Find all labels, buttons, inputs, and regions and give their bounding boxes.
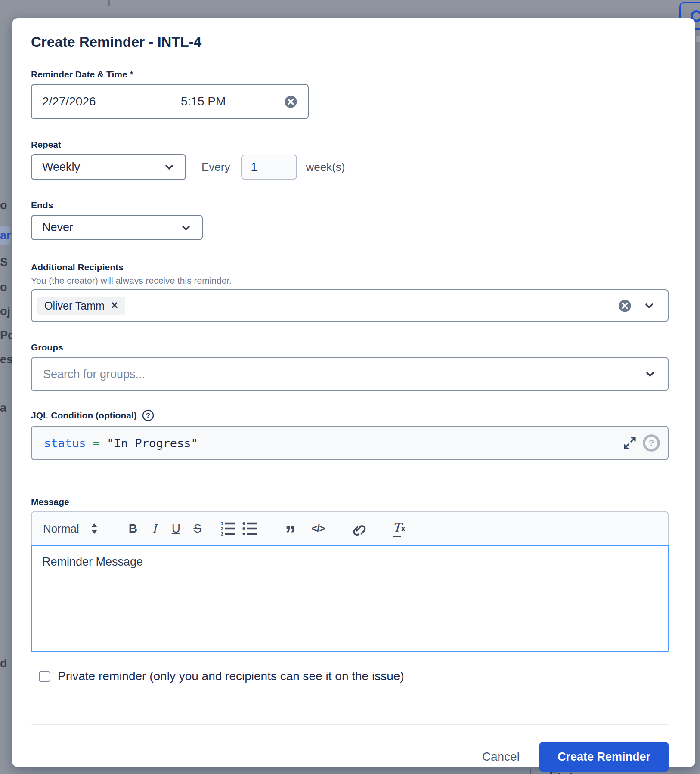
strikethrough-button[interactable]: S	[189, 518, 207, 539]
jql-value-token: "In Progress"	[107, 437, 198, 450]
bullet-list-button[interactable]	[241, 518, 259, 539]
link-button[interactable]	[350, 518, 368, 539]
chevron-down-icon	[163, 161, 176, 173]
editor-toolbar: Normal B I U S 1 2 3	[31, 511, 669, 545]
date-value[interactable]: 2/27/2026	[42, 95, 96, 108]
repeat-select-value: Weekly	[42, 161, 80, 174]
create-reminder-button[interactable]: Create Reminder	[539, 742, 669, 772]
repeat-label: Repeat	[31, 139, 669, 150]
chevron-down-icon[interactable]	[643, 299, 656, 312]
svg-text:3: 3	[221, 532, 223, 536]
message-text: Reminder Message	[42, 555, 143, 568]
dialog-title: Create Reminder - INTL-4	[31, 34, 669, 51]
repeat-select[interactable]: Weekly	[31, 154, 186, 180]
private-reminder-label: Private reminder (only you and recipient…	[58, 669, 404, 683]
svg-text:1: 1	[221, 521, 223, 526]
expand-icon[interactable]	[622, 435, 638, 451]
ends-select[interactable]: Never	[31, 215, 203, 240]
recipients-label: Additional Recipients	[31, 262, 669, 273]
backdrop-text-fragment: o	[0, 199, 7, 212]
jql-operator-token: =	[93, 437, 100, 450]
backdrop-text-fragment: S	[0, 256, 8, 269]
backdrop-text-fragment: o	[0, 281, 7, 294]
chevron-down-icon[interactable]	[644, 368, 657, 381]
time-value[interactable]: 5:15 PM	[181, 95, 226, 108]
private-reminder-checkbox[interactable]	[39, 671, 50, 682]
jql-help-icon[interactable]: ?	[642, 433, 661, 452]
backdrop-text-fragment: a	[0, 401, 6, 415]
text-style-dropdown[interactable]: Normal	[43, 522, 98, 536]
backdrop-text-fragment: oj	[0, 305, 10, 318]
cancel-button[interactable]: Cancel	[467, 742, 535, 772]
svg-text:?: ?	[146, 412, 150, 419]
recipients-field[interactable]: Oliver Tamm ✕	[31, 289, 669, 322]
svg-text:2: 2	[221, 526, 223, 531]
italic-button[interactable]: I	[146, 518, 164, 539]
backdrop-link-fragment: ar	[0, 229, 11, 242]
svg-text:?: ?	[649, 438, 654, 448]
updown-arrows-icon	[90, 522, 98, 535]
jql-field-token: status	[44, 437, 86, 450]
clear-datetime-icon[interactable]	[284, 95, 297, 108]
every-label: Every	[201, 161, 230, 174]
message-editor[interactable]: Reminder Message	[31, 545, 669, 652]
clear-formatting-button[interactable]: Tx	[390, 518, 408, 539]
clear-recipients-icon[interactable]	[618, 299, 632, 313]
datetime-label: Reminder Date & Time *	[31, 69, 669, 80]
groups-field[interactable]	[31, 357, 669, 391]
message-label: Message	[31, 496, 669, 508]
ordered-list-button[interactable]: 1 2 3	[220, 518, 238, 539]
create-reminder-dialog: Create Reminder - INTL-4 Reminder Date &…	[12, 18, 695, 767]
ends-select-value: Never	[42, 221, 73, 234]
chevron-down-icon	[180, 221, 192, 234]
weeks-unit-label: week(s)	[306, 161, 345, 174]
jql-label: JQL Condition (optional)	[31, 410, 137, 421]
backdrop-text-fragment: d	[0, 657, 7, 670]
code-button[interactable]: </>	[309, 518, 327, 539]
text-style-value: Normal	[43, 522, 79, 536]
bold-button[interactable]: B	[124, 518, 142, 539]
footer-divider	[31, 724, 669, 725]
datetime-input[interactable]: 2/27/2026 5:15 PM	[31, 84, 309, 119]
recipient-tag: Oliver Tamm ✕	[37, 297, 125, 315]
backdrop-divider-top	[108, 0, 110, 6]
backdrop-text-fragment: es	[0, 353, 13, 366]
groups-label: Groups	[31, 342, 669, 353]
ends-label: Ends	[31, 200, 669, 211]
jql-input[interactable]: status = "In Progress" ?	[31, 426, 669, 460]
recipient-name: Oliver Tamm	[44, 300, 105, 312]
underline-button[interactable]: U	[167, 518, 185, 539]
backdrop-band-fragment	[696, 36, 700, 42]
help-icon[interactable]: ?	[142, 409, 154, 421]
recipients-helper-text: You (the creator) will always receive th…	[31, 275, 669, 286]
blockquote-button[interactable]: ”	[282, 518, 300, 539]
interval-input[interactable]	[241, 155, 297, 180]
remove-recipient-icon[interactable]: ✕	[111, 301, 118, 310]
groups-search-input[interactable]	[43, 368, 644, 381]
